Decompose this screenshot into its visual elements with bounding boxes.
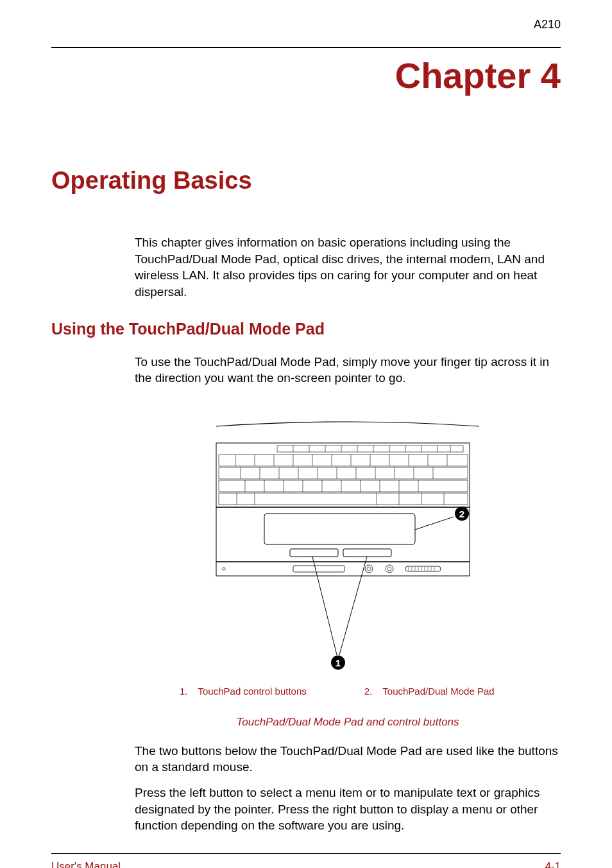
model-number: A210 [51,18,561,31]
legend-item-2: 2. TouchPad/Dual Mode Pad [364,686,495,697]
header-divider [51,47,561,48]
svg-rect-26 [219,467,468,479]
chapter-title: Chapter 4 [51,55,561,96]
svg-line-80 [339,557,367,655]
legend-num-2: 2. [364,686,373,697]
footer-right: 4-1 [545,860,561,868]
callout-1: 1 [336,657,341,668]
touchpad-para2: The two buttons below the TouchPad/Dual … [135,743,561,776]
touchpad-illustration: 2 1 [210,417,486,674]
svg-rect-0 [216,443,470,507]
svg-rect-60 [216,562,470,576]
svg-point-66 [387,567,391,571]
svg-rect-13 [219,455,468,466]
intro-paragraph: This chapter gives information on basic … [135,234,561,300]
legend-text-1: TouchPad control buttons [198,686,307,697]
svg-point-63 [365,565,373,573]
svg-rect-38 [219,480,468,492]
svg-line-77 [415,517,454,530]
footer-left: User's Manual [51,860,121,868]
svg-line-79 [312,557,337,655]
svg-rect-1 [277,446,463,452]
svg-rect-59 [343,549,391,557]
svg-rect-57 [264,514,415,544]
page-footer: User's Manual 4-1 [51,853,561,868]
callout-2: 2 [459,508,464,519]
svg-point-64 [367,567,371,571]
touchpad-para1: To use the TouchPad/Dual Mode Pad, simpl… [135,354,561,386]
svg-rect-58 [290,549,338,557]
legend-text-2: TouchPad/Dual Mode Pad [382,686,494,697]
touchpad-para3: Press the left button to select a menu i… [135,785,561,834]
legend-item-1: 1. TouchPad control buttons [180,686,307,697]
section-title: Operating Basics [51,167,561,195]
svg-point-61 [223,568,225,570]
svg-rect-49 [219,493,468,505]
svg-point-65 [386,565,393,573]
figure-legend: 1. TouchPad control buttons 2. TouchPad/… [180,686,561,697]
subsection-title: Using the TouchPad/Dual Mode Pad [51,320,561,338]
figure-caption: TouchPad/Dual Mode Pad and control butto… [135,716,561,729]
svg-rect-67 [405,566,441,571]
svg-rect-62 [293,566,344,572]
figure-touchpad: 2 1 [135,417,561,674]
legend-num-1: 1. [180,686,188,697]
